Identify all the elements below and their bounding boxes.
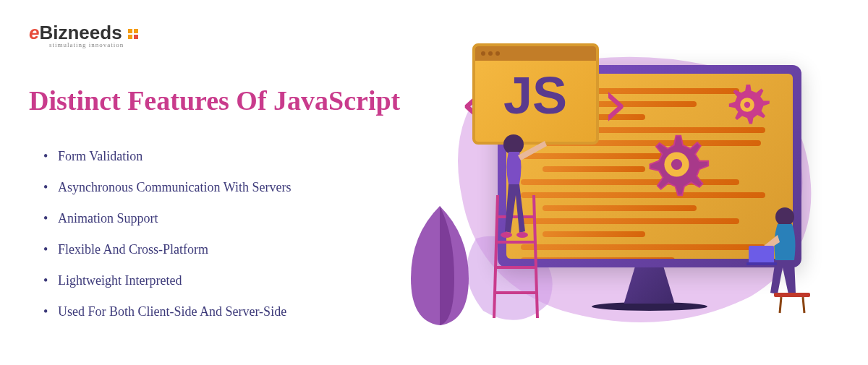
- feature-item: Lightweight Interpreted: [43, 273, 418, 288]
- svg-line-21: [780, 297, 781, 313]
- bracket-right-icon: ›: [595, 65, 634, 141]
- svg-rect-3: [134, 35, 138, 39]
- logo: eBizneeds stimulating innovation: [29, 22, 418, 48]
- feature-item: Used For Both Client-Side And Server-Sid…: [43, 304, 418, 319]
- content-section: eBizneeds stimulating innovation Distinc…: [29, 14, 418, 351]
- person-with-laptop: [738, 199, 825, 314]
- gear-icon: [642, 130, 711, 199]
- svg-rect-20: [774, 293, 810, 297]
- features-list: Form Validation Asynchronous Communicati…: [29, 149, 418, 319]
- svg-rect-2: [128, 35, 132, 39]
- svg-point-5: [744, 102, 749, 108]
- logo-icon: [128, 29, 138, 39]
- svg-rect-0: [128, 29, 132, 33]
- js-badge: JS: [472, 43, 599, 145]
- svg-point-16: [516, 232, 528, 238]
- feature-item: Form Validation: [43, 149, 418, 164]
- logo-prefix: e: [29, 22, 39, 43]
- feature-item: Flexible And Cross-Platform: [43, 242, 418, 257]
- gear-icon: [722, 80, 773, 130]
- svg-point-14: [503, 134, 524, 155]
- feature-item: Animation Support: [43, 211, 418, 226]
- svg-rect-1: [134, 29, 138, 33]
- svg-line-22: [803, 297, 804, 313]
- illustration-section: ‹ › JS: [418, 14, 839, 351]
- page-title: Distinct Features Of JavaScript: [29, 85, 418, 116]
- leaf-decoration: [396, 199, 483, 329]
- feature-item: Asynchronous Communication With Servers: [43, 180, 418, 195]
- logo-name: Bizneeds: [39, 22, 122, 43]
- js-label: JS: [475, 69, 596, 121]
- svg-rect-19: [746, 262, 777, 265]
- svg-rect-18: [749, 246, 774, 264]
- svg-point-17: [775, 207, 794, 226]
- person-on-ladder: [483, 130, 556, 311]
- svg-point-15: [501, 232, 512, 238]
- svg-point-7: [671, 159, 681, 170]
